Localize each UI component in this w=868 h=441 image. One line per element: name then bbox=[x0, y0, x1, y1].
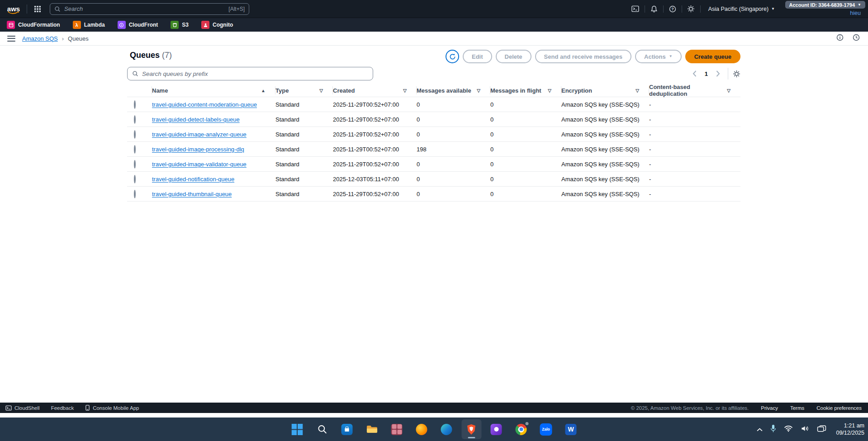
footer-feedback[interactable]: Feedback bbox=[51, 405, 74, 411]
favorite-cloudfront[interactable]: CloudFront bbox=[118, 21, 158, 29]
tray-microphone-icon[interactable] bbox=[770, 424, 776, 435]
send-receive-button[interactable]: Send and receive messages bbox=[535, 50, 631, 63]
queue-name-link[interactable]: travel-guided-image-validator-queue bbox=[152, 161, 247, 168]
notifications-bell-icon[interactable] bbox=[647, 0, 661, 18]
column-header-encryption[interactable]: Encryption▽ bbox=[561, 84, 649, 97]
queue-created-cell: 2025-11-29T00:52+07:00 bbox=[333, 191, 417, 197]
apps-grid-icon[interactable] bbox=[32, 3, 43, 15]
current-page-number[interactable]: 1 bbox=[700, 70, 712, 77]
chevron-down-icon: ▼ bbox=[771, 7, 775, 11]
tray-volume-icon[interactable] bbox=[801, 425, 809, 434]
footer-console-mobile-app[interactable]: Console Mobile App bbox=[85, 405, 139, 411]
zalo-icon: Zalo bbox=[540, 423, 552, 436]
info-icon[interactable] bbox=[836, 34, 844, 43]
help-icon[interactable]: ? bbox=[666, 0, 679, 18]
delete-button[interactable]: Delete bbox=[496, 50, 531, 63]
taskbar-app-zalo[interactable]: Zalo bbox=[536, 419, 556, 439]
settings-gear-icon[interactable] bbox=[684, 0, 698, 18]
taskbar-app-search[interactable] bbox=[312, 419, 332, 439]
column-header-created[interactable]: Created▽ bbox=[333, 84, 417, 97]
dedup-cell: - bbox=[649, 116, 740, 123]
sort-ascending-icon[interactable]: ▲ bbox=[261, 88, 266, 93]
create-queue-button[interactable]: Create queue bbox=[685, 50, 740, 63]
filter-caret-icon[interactable]: ▽ bbox=[403, 88, 407, 93]
queue-name-link[interactable]: travel-guided-thumbnail-queue bbox=[152, 191, 232, 197]
taskbar-app-chrome[interactable] bbox=[511, 419, 531, 439]
filter-caret-icon[interactable]: ▽ bbox=[636, 88, 639, 93]
tray-sync-icon[interactable] bbox=[817, 425, 826, 434]
footer-link-privacy[interactable]: Privacy bbox=[761, 405, 778, 411]
taskbar-app-app5[interactable] bbox=[387, 419, 407, 439]
taskbar-app-start[interactable] bbox=[287, 419, 307, 439]
edit-button[interactable]: Edit bbox=[463, 50, 492, 63]
row-select-cell bbox=[127, 191, 152, 197]
table-preferences-gear-icon[interactable] bbox=[733, 70, 740, 78]
row-radio-button[interactable] bbox=[134, 130, 136, 139]
queue-name-link[interactable]: travel-guided-content-moderation-queue bbox=[152, 101, 257, 108]
row-radio-button[interactable] bbox=[134, 145, 136, 154]
firefox-icon bbox=[416, 424, 427, 435]
taskbar-app-word[interactable]: W bbox=[561, 419, 581, 439]
next-page-button[interactable] bbox=[712, 68, 723, 79]
app-grid-icon bbox=[391, 424, 403, 435]
region-label: Asia Pacific (Singapore) bbox=[708, 6, 768, 12]
filter-caret-icon[interactable]: ▽ bbox=[319, 88, 323, 93]
hamburger-menu-icon[interactable] bbox=[7, 36, 15, 42]
account-id-badge[interactable]: Account ID: 3364-6839-1794 ▼ bbox=[785, 1, 865, 9]
row-radio-button[interactable] bbox=[134, 100, 136, 109]
filter-caret-icon[interactable]: ▽ bbox=[477, 88, 480, 93]
actions-dropdown-button[interactable]: Actions▼ bbox=[635, 50, 682, 63]
queue-name-link[interactable]: travel-guided-notification-queue bbox=[152, 176, 234, 183]
breadcrumb-service-link[interactable]: Amazon SQS bbox=[22, 35, 58, 42]
column-header-messages-available[interactable]: Messages available▽ bbox=[417, 84, 490, 97]
tray-chevron-up-icon[interactable] bbox=[757, 425, 763, 433]
footer-link-terms[interactable]: Terms bbox=[790, 405, 804, 411]
column-header-content-based-deduplication[interactable]: Content-based deduplication▽ bbox=[649, 84, 740, 97]
nav-search-input[interactable]: Search [Alt+S] bbox=[50, 3, 249, 15]
taskbar-time: 1:21 am bbox=[836, 422, 864, 429]
favorite-lambda[interactable]: λLambda bbox=[73, 21, 105, 29]
cloudshell-terminal-icon bbox=[5, 405, 12, 411]
previous-page-button[interactable] bbox=[689, 68, 700, 79]
column-label: Type bbox=[275, 87, 289, 94]
footer-cloudshell[interactable]: CloudShell bbox=[5, 405, 40, 411]
favorite-cloudformation[interactable]: CloudFormation bbox=[7, 21, 60, 29]
queue-name-link[interactable]: travel-guided-detect-labels-queue bbox=[152, 116, 240, 123]
username-label[interactable]: hieu bbox=[850, 10, 861, 16]
row-radio-button[interactable] bbox=[134, 190, 136, 198]
taskbar-app-edge[interactable] bbox=[436, 419, 456, 439]
filter-caret-icon[interactable]: ▽ bbox=[727, 88, 730, 93]
queue-created-cell: 2025-11-29T00:52+07:00 bbox=[333, 116, 417, 123]
queue-created-cell: 2025-11-29T00:52+07:00 bbox=[333, 101, 417, 108]
taskbar-clock[interactable]: 1:21 am 09/12/2025 bbox=[834, 422, 864, 437]
tray-wifi-icon[interactable] bbox=[784, 425, 793, 434]
taskbar-app-firefox[interactable] bbox=[412, 419, 432, 439]
favorite-s3[interactable]: S3 bbox=[171, 21, 189, 29]
refresh-button[interactable] bbox=[446, 50, 459, 63]
history-clock-icon[interactable] bbox=[853, 34, 860, 43]
column-header-messages-in-flight[interactable]: Messages in flight▽ bbox=[490, 84, 561, 97]
row-radio-button[interactable] bbox=[134, 115, 136, 124]
breadcrumb-bar: Amazon SQS › Queues bbox=[0, 32, 868, 46]
region-selector[interactable]: Asia Pacific (Singapore) ▼ bbox=[703, 6, 779, 12]
taskbar-app-explorer[interactable] bbox=[362, 419, 382, 439]
queue-name-link[interactable]: travel-guided-image-analyzer-queue bbox=[152, 131, 247, 138]
messages-in-flight-cell: 0 bbox=[490, 191, 561, 197]
column-header-name[interactable]: Name▲ bbox=[152, 84, 275, 97]
taskbar-app-photos[interactable] bbox=[486, 419, 506, 439]
queue-prefix-search-input[interactable]: Search queues by prefix bbox=[127, 67, 373, 80]
row-radio-button[interactable] bbox=[134, 175, 136, 183]
footer-link-cookie-preferences[interactable]: Cookie preferences bbox=[816, 405, 862, 411]
taskbar-app-store[interactable] bbox=[337, 419, 357, 439]
row-radio-button[interactable] bbox=[134, 160, 136, 169]
aws-logo[interactable]: aws bbox=[6, 5, 21, 12]
taskbar-app-brave[interactable] bbox=[461, 419, 481, 439]
divider bbox=[27, 5, 27, 14]
cloudshell-terminal-icon[interactable] bbox=[629, 0, 642, 18]
favorite-cognito[interactable]: Cognito bbox=[201, 21, 233, 29]
dedup-cell: - bbox=[649, 191, 740, 197]
column-header-type[interactable]: Type▽ bbox=[275, 84, 333, 97]
dedup-cell: - bbox=[649, 176, 740, 183]
filter-caret-icon[interactable]: ▽ bbox=[548, 88, 551, 93]
queue-name-link[interactable]: travel-guided-image-processing-dlq bbox=[152, 146, 244, 153]
